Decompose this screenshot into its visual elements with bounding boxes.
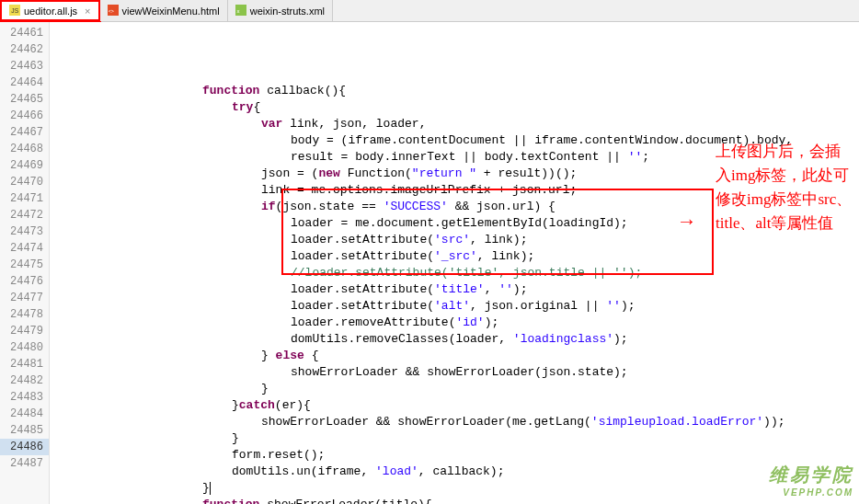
code-line[interactable]: function callback(){: [50, 83, 859, 99]
line-number: 24466: [0, 108, 49, 124]
line-number: 24471: [0, 190, 49, 207]
line-number: 24484: [0, 406, 49, 422]
code-area[interactable]: function callback(){try{var link, json, …: [50, 22, 859, 504]
line-number: 24478: [0, 306, 49, 323]
code-line[interactable]: //loader.setAttribute('title', json.titl…: [50, 265, 859, 281]
line-number: 24461: [0, 25, 49, 41]
annotation-arrow: →: [681, 211, 693, 234]
line-number: 24475: [0, 257, 49, 273]
line-number: 24465: [0, 91, 49, 108]
code-line[interactable]: domUtils.removeClasses(loader, 'loadingc…: [50, 331, 859, 348]
line-number: 24486: [0, 439, 49, 455]
code-line[interactable]: try{: [50, 99, 859, 116]
line-number: 24464: [0, 74, 49, 91]
code-line[interactable]: }: [50, 430, 859, 447]
code-line[interactable]: form.reset();: [50, 447, 859, 464]
line-number-gutter: 2446124462244632446424465244662446724468…: [0, 22, 50, 504]
line-number: 24463: [0, 58, 49, 74]
file-icon: JS: [9, 5, 20, 17]
code-line[interactable]: }: [50, 480, 859, 497]
line-number: 24479: [0, 323, 49, 339]
svg-text:x: x: [236, 8, 239, 14]
line-number: 24485: [0, 422, 49, 439]
line-number: 24482: [0, 372, 49, 389]
svg-text:<>: <>: [108, 8, 113, 14]
line-number: 24462: [0, 41, 49, 58]
line-number: 24477: [0, 290, 49, 306]
close-icon[interactable]: ×: [85, 6, 90, 17]
code-line[interactable]: }: [50, 381, 859, 397]
watermark: 维易学院 VEPHP.COM: [769, 467, 853, 500]
code-line[interactable]: showErrorLoader && showErrorLoader(json.…: [50, 364, 859, 381]
tab-weixin-struts-xml[interactable]: xweixin-struts.xml: [228, 0, 333, 21]
annotation-text: 上传图片后，会插入img标签，此处可修改img标签中src、title、alt等…: [716, 140, 853, 235]
code-line[interactable]: function showErrorLoader(title){: [50, 497, 859, 504]
tab-label: viewWeixinMenu.html: [122, 6, 220, 17]
line-number: 24468: [0, 141, 49, 157]
tab-label: ueditor.all.js: [24, 6, 77, 17]
code-line[interactable]: } else {: [50, 348, 859, 364]
code-line[interactable]: [50, 66, 859, 83]
line-number: 24474: [0, 240, 49, 257]
tab-label: weixin-struts.xml: [250, 6, 325, 17]
watermark-main: 维易学院: [769, 464, 853, 485]
line-number: 24481: [0, 356, 49, 372]
line-number: 24487: [0, 455, 49, 472]
code-line[interactable]: }catch(er){: [50, 397, 859, 414]
file-icon: <>: [108, 5, 119, 17]
line-number: 24472: [0, 207, 49, 223]
line-number: 24480: [0, 339, 49, 356]
editor-tabs: JSueditor.all.js×<>viewWeixinMenu.htmlxw…: [0, 0, 859, 22]
code-editor: 2446124462244632446424465244662446724468…: [0, 22, 859, 504]
tab-ueditor-all-js[interactable]: JSueditor.all.js×: [0, 0, 100, 21]
line-number: 24476: [0, 273, 49, 290]
code-line[interactable]: domUtils.un(iframe, 'load', callback);: [50, 464, 859, 480]
watermark-sub: VEPHP.COM: [783, 487, 853, 498]
code-line[interactable]: showErrorLoader && showErrorLoader(me.ge…: [50, 414, 859, 430]
svg-text:JS: JS: [11, 7, 18, 14]
line-number: 24473: [0, 223, 49, 240]
line-number: 24467: [0, 124, 49, 141]
line-number: 24469: [0, 157, 49, 174]
file-icon: x: [235, 5, 246, 17]
code-line[interactable]: loader.setAttribute('title', '');: [50, 281, 859, 298]
line-number: 24483: [0, 389, 49, 406]
code-line[interactable]: loader.removeAttribute('id');: [50, 315, 859, 331]
code-line[interactable]: loader.setAttribute('_src', link);: [50, 248, 859, 265]
tab-viewWeixinMenu-html[interactable]: <>viewWeixinMenu.html: [100, 0, 228, 21]
code-line[interactable]: loader.setAttribute('alt', json.original…: [50, 298, 859, 315]
line-number: 24470: [0, 174, 49, 190]
code-line[interactable]: var link, json, loader,: [50, 116, 859, 132]
